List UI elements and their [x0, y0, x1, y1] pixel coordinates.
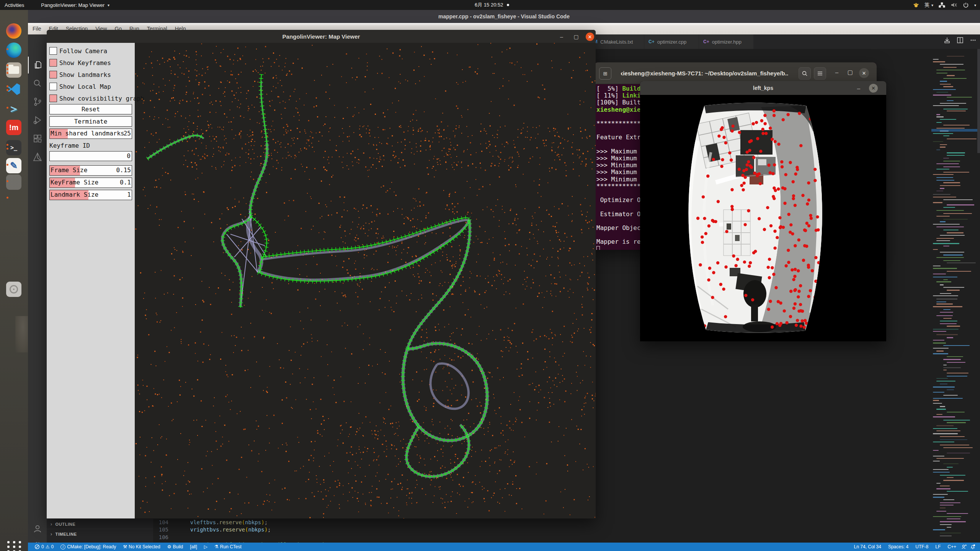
minimize-button[interactable]: –	[855, 84, 862, 92]
checkbox-show-local-map[interactable]: Show Local Map	[49, 82, 111, 91]
language-mode[interactable]: C++	[946, 544, 958, 549]
checkbox-box[interactable]	[49, 95, 57, 102]
slider-landmark-size[interactable]: Landmark Size 1	[49, 190, 132, 200]
focused-app-menu[interactable]: PangolinViewer: Map Viewer ▾	[41, 2, 109, 8]
minimize-button[interactable]: –	[835, 69, 838, 75]
terminate-button[interactable]: Terminate	[49, 116, 132, 127]
minimize-button[interactable]: –	[557, 33, 566, 41]
slider-min-shared-landmarks[interactable]: Min shared landmarks 25	[49, 129, 132, 139]
warning-icon: ⚠	[46, 544, 50, 549]
problems-status[interactable]: 0 ⚠ 0	[33, 544, 56, 549]
minimap-line	[943, 254, 963, 255]
search-icon[interactable]	[799, 67, 811, 80]
checkbox-box[interactable]	[49, 71, 57, 78]
cmake-status[interactable]: i CMake: [Debug]: Ready	[59, 544, 118, 549]
ime-paw-icon[interactable]	[913, 2, 919, 8]
build-target[interactable]: [all]	[188, 544, 199, 549]
tab-cmakelists[interactable]: M CMakeLists.txt	[590, 34, 644, 49]
maximize-button[interactable]: ▢	[572, 33, 580, 41]
show-applications-button[interactable]	[7, 540, 21, 551]
keyframe-id-input[interactable]: 0	[49, 151, 132, 161]
dock-item-prompt-arrow[interactable]: ＞	[5, 100, 22, 117]
minimap-line	[940, 533, 961, 533]
editor-scrollbar[interactable]	[977, 49, 980, 153]
launch-button[interactable]: ▷	[202, 544, 209, 549]
cmake-icon[interactable]	[28, 148, 47, 165]
eol[interactable]: LF	[933, 544, 942, 549]
split-editor-icon[interactable]	[957, 37, 964, 44]
minimap[interactable]	[931, 55, 977, 540]
dock-item-hidden-window[interactable]	[5, 190, 22, 207]
minimap-line	[947, 373, 969, 373]
search-icon[interactable]	[28, 75, 47, 92]
slam-map-3d-view[interactable]	[135, 43, 596, 518]
checkbox-box[interactable]	[49, 47, 57, 55]
checkbox-show-keyframes[interactable]: Show Keyframes	[49, 59, 111, 67]
dock-item-text-editor[interactable]: ✎	[5, 157, 22, 174]
dock-item-firefox[interactable]	[5, 23, 22, 39]
pangolin-titlebar[interactable]: PangolinViewer: Map Viewer	[47, 30, 596, 43]
minimap-line	[943, 395, 958, 396]
beaker-icon: ⚗	[214, 544, 219, 549]
left-kps-titlebar[interactable]: left_kps	[640, 81, 886, 95]
more-actions-icon[interactable]	[970, 37, 977, 44]
close-button[interactable]: ✕	[586, 33, 594, 41]
minimap-line	[940, 507, 946, 508]
encoding[interactable]: UTF-8	[913, 544, 930, 549]
power-icon[interactable]	[963, 2, 969, 8]
reset-button[interactable]: Reset	[49, 104, 132, 114]
extensions-icon[interactable]	[28, 130, 47, 147]
audio-muted-icon[interactable]	[951, 2, 957, 8]
minimap-line	[936, 303, 953, 304]
kit-status[interactable]: ⚒ No Kit Selected	[121, 544, 162, 549]
menu-file[interactable]: File	[33, 26, 41, 32]
dock-item-disc-burner[interactable]	[5, 281, 22, 298]
build-button[interactable]: ⚙ Build	[165, 544, 185, 549]
explorer-icon[interactable]	[28, 57, 47, 73]
dock-item-files[interactable]	[5, 62, 22, 78]
dock-item-vscode[interactable]	[5, 81, 22, 98]
network-icon[interactable]	[939, 2, 945, 8]
run-debug-icon[interactable]	[28, 112, 47, 129]
checkbox-show-landmarks[interactable]: Show Landmarks	[49, 70, 111, 79]
checkbox-box[interactable]	[49, 59, 57, 67]
dock-item-edge[interactable]	[5, 42, 22, 59]
minimap-line	[940, 321, 957, 321]
tab-optimizer-cpp[interactable]: C+ optimizer.cpp	[644, 34, 699, 49]
vscode-titlebar[interactable]: mapper.cpp - ov2slam_fisheye - Visual St…	[28, 10, 980, 23]
minimap-line	[940, 119, 956, 120]
running-indicator	[7, 85, 9, 91]
activities-button[interactable]: Activities	[5, 2, 24, 8]
checkbox-follow-camera[interactable]: Follow Camera	[49, 47, 107, 55]
maximize-button[interactable]: ▢	[848, 69, 853, 76]
input-language-menu[interactable]: 英 ▾	[924, 2, 933, 8]
ctest-button[interactable]: ⚗ Run CTest	[212, 544, 243, 549]
indentation[interactable]: Spaces: 4	[886, 544, 910, 549]
close-button[interactable]: ✕	[859, 68, 869, 78]
cursor-position[interactable]: Ln 74, Col 34	[852, 544, 883, 549]
slider-keyframe-size[interactable]: KeyFrame Size 0.1	[49, 178, 132, 188]
menu-hamburger-icon[interactable]	[814, 67, 826, 80]
code-editor[interactable]: 104 vleftbvs.reserve(nbkps);105 vrightbv…	[153, 518, 804, 543]
checkbox-show-covisibility-graph[interactable]: Show covisibility graph	[49, 94, 144, 103]
minimap-line	[933, 133, 953, 134]
system-menu-chevron-icon[interactable]: ▾	[974, 3, 976, 7]
checkbox-box[interactable]	[49, 83, 57, 90]
account-icon[interactable]	[28, 520, 47, 537]
keyframe-id-label: Keyframe ID	[49, 142, 90, 149]
close-button[interactable]: ✕	[869, 84, 878, 93]
dock-item-window-preview[interactable]	[5, 174, 22, 191]
dock-item-im-app[interactable]: !m	[5, 119, 22, 136]
timeline-section[interactable]: › TIMELINE	[47, 529, 153, 539]
clock-button[interactable]: 6月 15 20:52	[475, 0, 509, 10]
minimap-line	[947, 111, 966, 111]
dock-item-terminal[interactable]: >_	[5, 139, 22, 156]
tab-optimizer-hpp[interactable]: C+ optimizer.hpp	[699, 34, 754, 49]
feedback-icon[interactable]	[961, 544, 967, 549]
slider-frame-size[interactable]: Frame Size 0.15	[49, 165, 132, 176]
new-tab-icon[interactable]: ⊞	[599, 67, 611, 80]
run-task-icon[interactable]	[944, 37, 951, 44]
outline-section[interactable]: › OUTLINE	[47, 519, 153, 529]
notifications-bell-icon[interactable]	[970, 544, 975, 549]
source-control-icon[interactable]	[28, 93, 47, 110]
